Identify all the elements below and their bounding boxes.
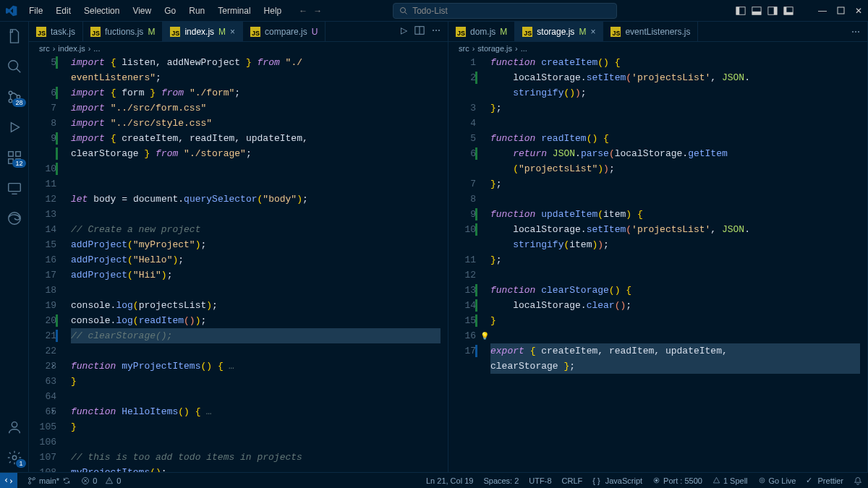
code-line[interactable]: localStorage.setItem('projectsList', JSO… (490, 222, 860, 237)
code-line[interactable] (490, 192, 860, 207)
code-line[interactable] (71, 207, 441, 222)
code-line[interactable]: function clearStorage() { (490, 283, 860, 298)
run-debug-icon[interactable] (6, 119, 23, 136)
tab-index-js[interactable]: JSindex.jsM× (163, 22, 243, 42)
language-mode[interactable]: { } JavaScript (592, 476, 642, 485)
menu-terminal[interactable]: Terminal (212, 3, 256, 19)
code-line[interactable]: import { createItem, readItem, updateIte… (71, 131, 441, 146)
code-line[interactable]: } (71, 419, 441, 435)
tab-storage-js[interactable]: JSstorage.jsM× (515, 22, 603, 42)
code-line[interactable]: } (71, 374, 441, 389)
maximize-icon[interactable] (837, 7, 845, 14)
layout-customize-icon[interactable] (783, 6, 793, 16)
layout-sidebar-right-icon[interactable] (767, 6, 778, 16)
run-icon[interactable]: ▷ (401, 25, 407, 38)
layout-controls[interactable] (736, 6, 793, 16)
tab-fuctions-js[interactable]: JSfuctions.jsM (83, 22, 163, 42)
code-line[interactable]: }; (490, 176, 860, 192)
close-icon[interactable]: ✕ (855, 6, 862, 16)
source-control-icon[interactable]: 28 (6, 88, 23, 106)
nav-arrows[interactable]: ← → (299, 6, 322, 16)
code-line[interactable]: return JSON.parse(localStorage.getItem (490, 146, 860, 161)
code-line[interactable]: console.log(projectsList); (71, 298, 441, 313)
go-live-button[interactable]: Go Live (758, 476, 796, 485)
lightbulb-icon[interactable]: 💡 (480, 333, 489, 341)
tab-task-js[interactable]: JStask.js (29, 22, 83, 42)
code-line[interactable]: function myProjectItems() { … (71, 359, 441, 374)
menu-file[interactable]: File (23, 3, 48, 19)
indentation[interactable]: Spaces: 2 (483, 476, 519, 485)
spell-check[interactable]: 1 Spell (712, 476, 748, 485)
code-line[interactable] (71, 343, 441, 359)
code-line[interactable]: mvProjectItems(): (71, 465, 441, 472)
code-line[interactable]: stringify(item)); (490, 237, 860, 252)
menu-run[interactable]: Run (183, 3, 210, 19)
code-line[interactable] (490, 116, 860, 131)
search-activity-icon[interactable] (6, 58, 23, 75)
code-line[interactable]: export { createItem, readItem, updateIte… (490, 343, 860, 359)
extensions-icon[interactable]: 12 (6, 149, 23, 166)
code-line[interactable]: let body = document.querySelector("body"… (71, 192, 441, 207)
remote-indicator[interactable] (0, 473, 17, 489)
code-line[interactable]: function updateItem(item) { (490, 207, 860, 222)
code-line[interactable] (71, 283, 441, 298)
tab-close-icon[interactable]: × (230, 27, 235, 37)
code-line[interactable]: localStorage.clear(); (490, 298, 860, 313)
nav-forward-icon[interactable]: → (313, 6, 322, 16)
tab-dom-js[interactable]: JSdom.jsM (448, 22, 515, 42)
code-line[interactable]: clearStorage } from "./storage"; (71, 146, 441, 161)
edge-icon[interactable] (6, 210, 23, 227)
menu-help[interactable]: Help (258, 3, 288, 19)
code-line[interactable]: import "../src/form.css" (71, 100, 441, 116)
code-line[interactable]: import { form } from "./form"; (71, 85, 441, 100)
code-line[interactable]: // clearStorage(); (71, 328, 441, 343)
tab-compare-js[interactable]: JScompare.jsU (243, 22, 326, 42)
code-line[interactable]: }; (490, 252, 860, 267)
menu-selection[interactable]: Selection (78, 3, 125, 19)
code-content[interactable]: function createItem() { localStorage.set… (486, 55, 860, 472)
nav-back-icon[interactable]: ← (299, 6, 307, 16)
code-line[interactable]: stringify()); (490, 85, 860, 100)
code-line[interactable]: console.log(readItem()); (71, 313, 441, 328)
tab-eventListeners-js[interactable]: JSeventListeners.js (603, 22, 698, 42)
code-line[interactable]: addProject("Hii"); (71, 267, 441, 283)
breadcrumb[interactable]: src › index.js › ... (29, 42, 448, 55)
fold-icon[interactable]: › (51, 404, 55, 419)
code-line[interactable] (71, 435, 441, 450)
code-line[interactable]: } (490, 313, 860, 328)
layout-sidebar-left-icon[interactable] (736, 6, 746, 16)
breadcrumb[interactable]: src › storage.js › ... (448, 42, 867, 55)
eol[interactable]: CRLF (562, 476, 583, 485)
port-indicator[interactable]: Port : 5500 (652, 476, 702, 485)
cursor-position[interactable]: Ln 21, Col 19 (426, 476, 473, 485)
layout-panel-icon[interactable] (752, 6, 762, 16)
code-line[interactable]: import { listen, addNewProject } from ".… (71, 55, 441, 70)
menu-edit[interactable]: Edit (50, 3, 77, 19)
settings-gear-icon[interactable]: 1 (6, 449, 23, 466)
prettier-status[interactable]: ✓ Prettier (806, 476, 843, 485)
menu-view[interactable]: View (127, 3, 157, 19)
minimap[interactable] (860, 55, 867, 472)
command-center-search[interactable]: Todo-List (393, 3, 617, 19)
code-line[interactable]: // Create a new project (71, 222, 441, 237)
code-line[interactable] (71, 389, 441, 404)
code-line[interactable]: import "../src/style.css" (71, 116, 441, 131)
account-icon[interactable] (6, 419, 23, 436)
code-line[interactable]: localStorage.setItem('projectsList', JSO… (490, 70, 860, 85)
code-line[interactable]: clearStorage }; (490, 359, 860, 374)
code-line[interactable]: eventListeners"; (71, 70, 441, 85)
more-actions-icon[interactable]: ⋯ (851, 27, 860, 37)
notifications-icon[interactable] (854, 476, 862, 485)
branch-indicator[interactable]: main* (27, 476, 71, 485)
sync-icon[interactable] (62, 476, 71, 485)
code-line[interactable] (490, 267, 860, 283)
code-editor[interactable]: 567891011121314151617181920212223›636465… (29, 55, 448, 472)
code-line[interactable]: function HelloItems() { … (71, 404, 441, 419)
minimap[interactable] (441, 55, 448, 472)
code-line[interactable] (71, 176, 441, 192)
code-line[interactable]: ("projectsList")); (490, 161, 860, 176)
menu-go[interactable]: Go (158, 3, 182, 19)
explorer-icon[interactable] (6, 27, 23, 45)
code-content[interactable]: import { listen, addNewProject } from ".… (67, 55, 441, 472)
code-line[interactable]: addProject("Hello"); (71, 252, 441, 267)
